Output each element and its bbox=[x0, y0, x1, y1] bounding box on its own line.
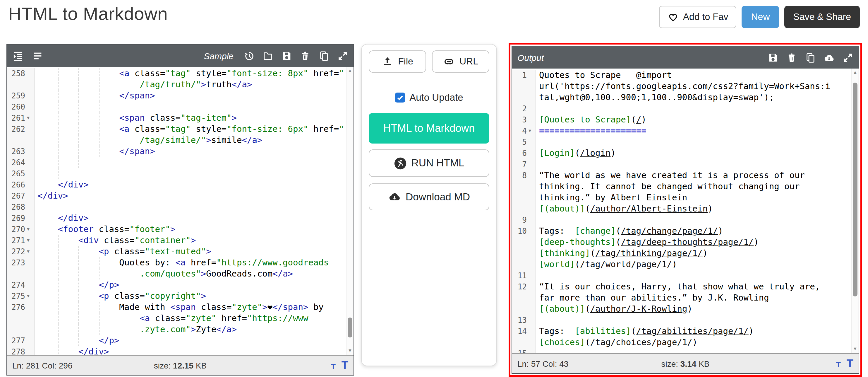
fold-arrow-icon[interactable]: ▾ bbox=[26, 224, 34, 235]
code-line[interactable]: url('https://fonts.googleapis.com/css2?f… bbox=[536, 81, 851, 92]
scroll-up-icon[interactable]: ▲ bbox=[851, 70, 859, 76]
code-line[interactable]: [world](/tag/world/page/1/) bbox=[536, 259, 851, 270]
code-line[interactable]: </p> bbox=[34, 335, 346, 346]
code-line[interactable]: </div> bbox=[34, 191, 346, 202]
code-line[interactable]: thinking.” by Albert Einstein bbox=[536, 192, 851, 203]
code-line[interactable]: <a class="tag" style="font-size: 8px" hr… bbox=[34, 68, 346, 79]
code-line[interactable]: [deep-thoughts](/tag/deep-thoughts/page/… bbox=[536, 237, 851, 248]
code-line[interactable] bbox=[34, 157, 346, 168]
code-line[interactable]: <footer class="footer"> bbox=[34, 224, 346, 235]
align-lines-icon[interactable] bbox=[32, 50, 43, 61]
line-number: 271 bbox=[7, 235, 26, 246]
copy-icon[interactable] bbox=[318, 50, 330, 61]
code-line[interactable]: </div> bbox=[34, 213, 346, 224]
code-line[interactable]: <div class="container"> bbox=[34, 235, 346, 246]
code-line[interactable] bbox=[34, 202, 346, 213]
delete-icon[interactable] bbox=[786, 52, 797, 63]
add-to-fav-button[interactable]: Add to Fav bbox=[659, 6, 737, 28]
code-line[interactable]: Quotes by: <a href="https://www.goodread… bbox=[34, 257, 346, 268]
code-line[interactable]: ===================== bbox=[536, 125, 851, 137]
code-line[interactable]: Tags: [abilities](/tag/abilities/page/1/… bbox=[536, 326, 851, 337]
font-increase-button[interactable]: T bbox=[847, 357, 854, 370]
code-line[interactable] bbox=[536, 348, 851, 353]
scroll-down-icon[interactable]: ▼ bbox=[346, 348, 353, 354]
code-line[interactable]: [thinking](/tag/thinking/page/1/) bbox=[536, 248, 851, 259]
delete-icon[interactable] bbox=[300, 50, 311, 61]
code-line[interactable]: </div> bbox=[34, 346, 346, 355]
scroll-down-icon[interactable]: ▼ bbox=[851, 346, 859, 352]
code-line[interactable]: </div> bbox=[34, 179, 346, 191]
code-line[interactable]: </span> bbox=[34, 146, 346, 157]
font-decrease-button[interactable]: T bbox=[836, 360, 841, 369]
code-line[interactable]: Tags: [change](/tag/change/page/1/) bbox=[536, 226, 851, 237]
code-line[interactable]: .zyte.com">Zyte</a> bbox=[34, 324, 346, 335]
font-decrease-button[interactable]: T bbox=[331, 362, 336, 371]
code-line[interactable]: far more than our abilities.” by J.K. Ro… bbox=[536, 292, 851, 303]
code-token bbox=[37, 325, 140, 334]
code-line[interactable]: </p> bbox=[34, 280, 346, 291]
save-icon[interactable] bbox=[281, 50, 292, 61]
save-share-button[interactable]: Save & Share bbox=[784, 6, 860, 28]
code-line[interactable]: [choices](/tag/choices/page/1/) bbox=[536, 337, 851, 348]
code-line[interactable] bbox=[34, 102, 346, 113]
code-line[interactable] bbox=[536, 137, 851, 148]
auto-update-checkbox[interactable] bbox=[395, 93, 405, 103]
code-line[interactable]: <p class="copyright"> bbox=[34, 291, 346, 302]
upload-file-button[interactable]: File bbox=[369, 50, 426, 72]
copy-icon[interactable] bbox=[805, 52, 816, 63]
code-line[interactable]: [Login](/login) bbox=[536, 148, 851, 159]
history-icon[interactable] bbox=[244, 50, 255, 61]
fold-arrow-icon[interactable]: ▾ bbox=[26, 246, 34, 257]
fold-arrow-icon[interactable]: ▾ bbox=[26, 113, 34, 124]
code-line[interactable] bbox=[536, 159, 851, 170]
load-url-button[interactable]: URL bbox=[432, 50, 489, 72]
fold-arrow-icon[interactable]: ▾ bbox=[26, 291, 34, 302]
fold-arrow-icon[interactable]: ▾ bbox=[528, 125, 535, 137]
fold-arrow-icon[interactable]: ▾ bbox=[26, 235, 34, 246]
code-line[interactable] bbox=[34, 168, 346, 179]
code-line[interactable] bbox=[536, 214, 851, 226]
download-md-button[interactable]: Download MD bbox=[369, 183, 489, 210]
save-icon[interactable] bbox=[767, 52, 778, 63]
code-line[interactable]: [(about)](/author/J-K-Rowling) bbox=[536, 303, 851, 315]
run-html-button[interactable]: RUN HTML bbox=[369, 149, 489, 177]
expand-icon[interactable] bbox=[337, 50, 348, 61]
code-line[interactable]: [(about)](/author/Albert-Einstein) bbox=[536, 203, 851, 214]
code-line[interactable] bbox=[536, 270, 851, 281]
code-line[interactable]: <span class="tag-item"> bbox=[34, 113, 346, 124]
output-scrollbar[interactable]: ▲ ▼ bbox=[851, 68, 859, 353]
code-line[interactable]: “It is our choices, Harry, that show wha… bbox=[536, 281, 851, 292]
convert-button[interactable]: HTML to Markdown bbox=[369, 113, 489, 144]
code-line[interactable]: /tag/simile/">simile</a> bbox=[34, 135, 346, 146]
editor-code-area[interactable]: 258 <a class="tag" style="font-size: 8px… bbox=[7, 67, 353, 355]
code-line[interactable]: <a class="tag" style="font-size: 6px" hr… bbox=[34, 124, 346, 135]
sample-label[interactable]: Sample bbox=[204, 51, 234, 61]
scroll-up-icon[interactable]: ▲ bbox=[346, 68, 353, 74]
code-line[interactable] bbox=[536, 315, 851, 326]
code-line[interactable]: .com/quotes">GoodReads.com</a> bbox=[34, 268, 346, 280]
output-code-area[interactable]: 1Quotes to Scrape @importurl('https://fo… bbox=[512, 68, 859, 353]
code-line[interactable]: “The world as we have created it is a pr… bbox=[536, 170, 851, 181]
code-line[interactable]: /tag/truth/">truth</a> bbox=[34, 79, 346, 90]
font-increase-button[interactable]: T bbox=[342, 359, 348, 372]
new-button[interactable]: New bbox=[742, 6, 779, 28]
code-line[interactable] bbox=[536, 103, 851, 114]
open-file-icon[interactable] bbox=[262, 50, 273, 61]
indent-guide bbox=[79, 302, 79, 313]
code-line[interactable]: <p class="text-muted"> bbox=[34, 246, 346, 257]
code-line[interactable]: tal,wght@0,100..900;1,100..900&display=s… bbox=[536, 92, 851, 103]
code-row: 276 Made with <span class="zyte">❤</span… bbox=[7, 302, 346, 313]
code-line[interactable]: Made with <span class="zyte">❤</span> by bbox=[34, 302, 346, 313]
editor-scroll-thumb[interactable] bbox=[348, 318, 352, 338]
code-line[interactable]: </span> bbox=[34, 90, 346, 102]
code-line[interactable]: [Quotes to Scrape](/) bbox=[536, 114, 851, 125]
cloud-download-icon[interactable] bbox=[824, 52, 835, 63]
output-scroll-thumb[interactable] bbox=[853, 83, 858, 296]
code-line[interactable]: Quotes to Scrape @import bbox=[536, 70, 851, 81]
line-number: 6 bbox=[512, 148, 528, 159]
editor-scrollbar[interactable]: ▲ ▼ bbox=[346, 67, 353, 355]
indent-code-icon[interactable] bbox=[12, 50, 23, 61]
expand-icon[interactable] bbox=[842, 52, 854, 63]
code-line[interactable]: <a class="zyte" href="https://www bbox=[34, 313, 346, 324]
code-line[interactable]: thinking. It cannot be changed without c… bbox=[536, 181, 851, 192]
